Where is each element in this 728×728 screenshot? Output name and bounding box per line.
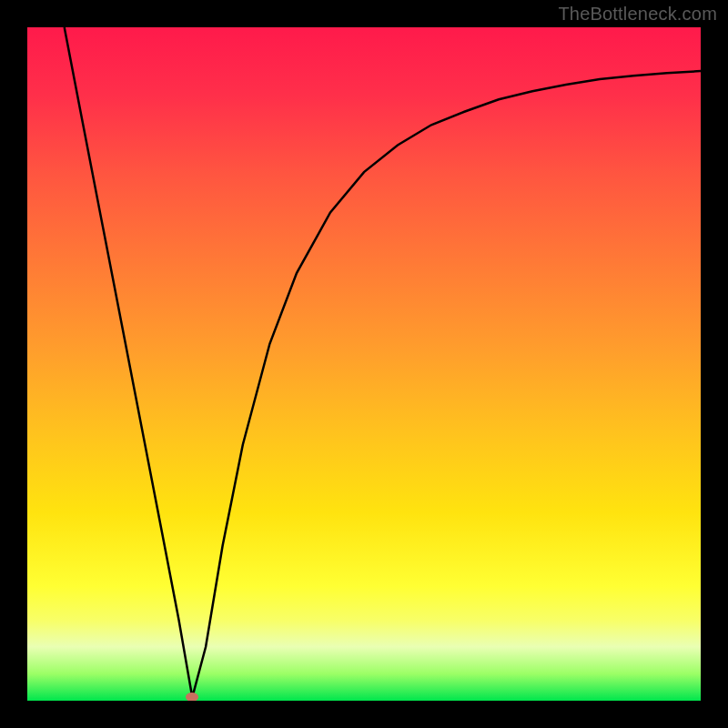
curve-svg xyxy=(27,27,701,701)
watermark-text: TheBottleneck.com xyxy=(558,4,717,25)
optimal-point-marker xyxy=(186,693,198,701)
bottleneck-curve xyxy=(65,27,701,697)
chart-frame: TheBottleneck.com xyxy=(0,0,728,728)
plot-area xyxy=(27,27,701,701)
